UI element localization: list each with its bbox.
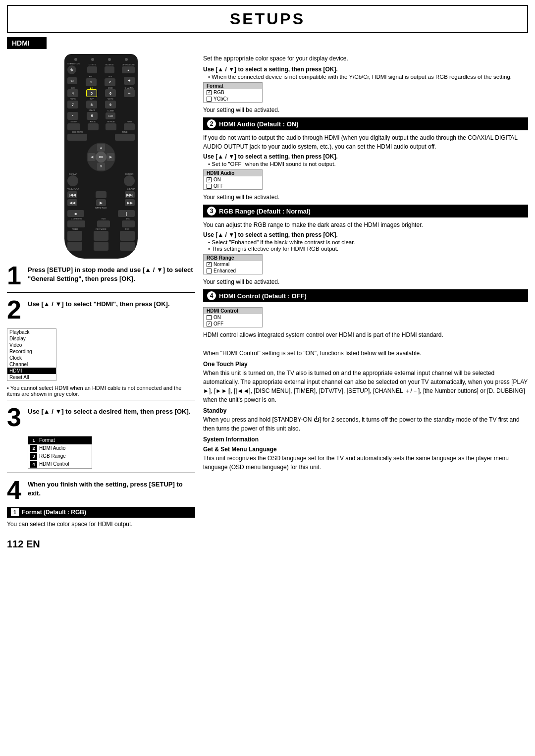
- stop-btn[interactable]: ■: [67, 210, 84, 217]
- pause-btn[interactable]: ‖: [118, 210, 135, 217]
- hdmi-audio-on-row: ON: [204, 176, 262, 183]
- next-btn[interactable]: ▶▶|: [125, 191, 135, 198]
- item-row-1: 1 Format: [28, 436, 92, 444]
- btn-9[interactable]: 9: [105, 101, 116, 108]
- clear-btn[interactable]: CLR: [106, 112, 115, 119]
- rgb-label: RGB: [214, 90, 224, 95]
- dpad-right[interactable]: ▶: [107, 153, 114, 161]
- right-intro-text: Set the appropriate color space for your…: [203, 54, 528, 63]
- dvd-btn[interactable]: [122, 220, 135, 227]
- dpad-up[interactable]: ▲: [97, 144, 105, 152]
- fn-btn-1[interactable]: [67, 242, 82, 251]
- hdmi-audio-off-row: OFF: [204, 183, 262, 189]
- use-instruction-1: Use [▲ / ▼] to select a setting, then pr…: [203, 66, 528, 73]
- menu-item-playback: Playback: [7, 329, 56, 335]
- menu-item-video: Video: [7, 342, 56, 348]
- remote-row: SETUP AUDIO REPEAT HDMI: [67, 121, 135, 130]
- item-label-2: HDMI Audio: [39, 445, 65, 451]
- remote-row: Φ/: ABC 1 DEF 2 +: [67, 76, 135, 86]
- section4-body2: When "HDMI Control" setting is set to "O…: [203, 349, 528, 358]
- dpad-left[interactable]: ◀: [88, 153, 96, 161]
- hdmi-btn[interactable]: [124, 123, 135, 130]
- source-btn[interactable]: [105, 66, 114, 73]
- btn-6[interactable]: 6: [105, 89, 116, 97]
- display-btn[interactable]: [67, 175, 78, 186]
- menu-item-clock: Clock: [7, 355, 56, 361]
- dpad-down[interactable]: ▼: [97, 162, 105, 170]
- dpad: ▲ ▼ ◀ ▶ OK: [87, 143, 115, 171]
- play-pause-btn[interactable]: [96, 191, 107, 198]
- rew-btn[interactable]: ◀◀: [67, 199, 77, 206]
- ok-button[interactable]: OK: [96, 152, 107, 162]
- rec-mode-btn[interactable]: [94, 231, 108, 241]
- left-column: STANDBY-ON ⏻ DTV/TV SOURCE OPEN/CLOSE ▲: [7, 49, 195, 550]
- control-off-label: OFF: [214, 321, 223, 326]
- menu-item-channel: Channel: [7, 361, 56, 368]
- ff-btn[interactable]: ▶▶: [125, 199, 135, 206]
- item-label-1: Format: [39, 437, 55, 443]
- audio-btn[interactable]: [88, 123, 99, 130]
- rgb-checkbox: [207, 90, 212, 95]
- btn-dot[interactable]: ·: [67, 112, 78, 120]
- rgb-range-enhanced-row: Enhanced: [204, 268, 262, 274]
- hdmi-control-off-row: OFF: [204, 321, 262, 327]
- btn-5[interactable]: 5: [86, 89, 97, 97]
- remote-row: TIMER REC MODE REC: [67, 228, 135, 241]
- fn-btn-3[interactable]: [120, 242, 135, 251]
- dtv-tv-btn[interactable]: [87, 66, 97, 73]
- format-option-rgb: RGB: [204, 89, 262, 96]
- hdd-btn[interactable]: [97, 220, 110, 227]
- dpad-area: ▲ ▼ ◀ ▶ OK: [67, 143, 135, 171]
- standby-body: When you press and hold [STANDBY-ON ⏻] f…: [203, 415, 528, 433]
- standby-btn[interactable]: ⏻: [67, 65, 76, 74]
- disc-menu-btn[interactable]: [67, 134, 87, 141]
- setup-btn[interactable]: [67, 123, 80, 130]
- step-4-text: When you finish with the setting, press …: [28, 480, 195, 498]
- format-default-label: Format (Default : RGB): [22, 509, 86, 516]
- step-1-block: 1 Press [SETUP] in stop mode and use [▲ …: [7, 263, 195, 288]
- remote-row: |◀◀ ▶▶|: [67, 191, 135, 198]
- fn-btn-2[interactable]: [94, 242, 108, 251]
- section3-title: RGB Range (Default : Normal): [219, 208, 311, 215]
- step-4-number: 4: [7, 477, 25, 503]
- btn-4[interactable]: 4: [67, 89, 78, 97]
- normal-label: Normal: [214, 262, 229, 267]
- btn-2[interactable]: 2: [105, 78, 115, 86]
- rgb-range-normal-row: Normal: [204, 261, 262, 268]
- btn-minus[interactable]: −: [124, 89, 135, 97]
- step-4-block: 4 When you finish with the setting, pres…: [7, 477, 195, 503]
- btn-8[interactable]: 8: [86, 101, 97, 108]
- audio-off-checkbox: [207, 184, 212, 189]
- play-btn[interactable]: ▶: [96, 199, 106, 206]
- section3-title-bar: 3 RGB Range (Default : Normal): [203, 205, 528, 217]
- btn-plus[interactable]: +: [124, 77, 135, 85]
- btn-7[interactable]: 7: [67, 101, 78, 108]
- menu-item-hdmi: HDMI: [7, 368, 56, 374]
- remote-row: ■ ‖: [67, 210, 135, 217]
- section3-num: 3: [207, 207, 216, 216]
- prev-btn[interactable]: |◀◀: [67, 191, 77, 198]
- step-3-block: 3 Use [▲ / ▼] to select a desired item, …: [7, 404, 195, 430]
- audio-on-checkbox: [207, 177, 212, 182]
- normal-checkbox: [207, 262, 212, 267]
- return-btn[interactable]: [124, 175, 135, 186]
- btn-1[interactable]: 1: [86, 78, 97, 86]
- btn-0[interactable]: 0: [87, 112, 98, 120]
- section2-use-instruction: Use [▲ / ▼] to select a setting, then pr…: [203, 153, 528, 160]
- format-option-ycbcr: YCbCr: [204, 96, 262, 102]
- repeat-btn[interactable]: [106, 123, 116, 130]
- remote-dot: [74, 58, 77, 61]
- get-set-body: This unit recognizes the OSD language se…: [203, 454, 528, 472]
- timer-btn[interactable]: [67, 231, 82, 241]
- open-close-btn[interactable]: ▲: [122, 66, 135, 73]
- page-number: 112 EN: [7, 539, 195, 550]
- step-2-number: 2: [7, 297, 25, 323]
- rec-btn[interactable]: [120, 231, 135, 241]
- remote-row: ◀◀ ▶ ▶▶: [67, 199, 135, 206]
- remote-control: STANDBY-ON ⏻ DTV/TV SOURCE OPEN/CLOSE ▲: [64, 54, 138, 259]
- title-btn[interactable]: [115, 134, 135, 141]
- mute-btn[interactable]: Φ/:: [67, 77, 77, 84]
- audio-on-label: ON: [214, 177, 221, 182]
- dubbing-btn[interactable]: [67, 220, 85, 227]
- format-setting-box: Format RGB YCbCr: [203, 82, 263, 103]
